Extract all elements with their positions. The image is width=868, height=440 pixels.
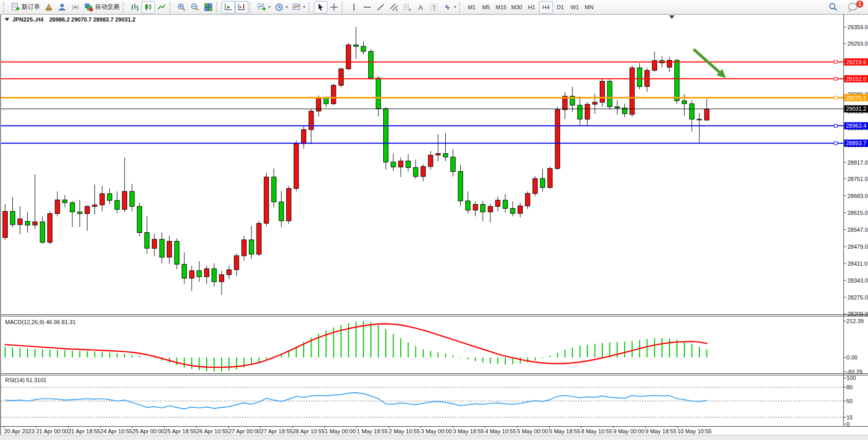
svg-text:10 May 10:55: 10 May 10:55	[678, 428, 712, 434]
timeframe-button-m5[interactable]: M5	[479, 1, 493, 13]
search-icon	[828, 2, 838, 12]
cursor-icon	[316, 3, 325, 12]
svg-text:4 May 10:55: 4 May 10:55	[485, 428, 517, 434]
wizard-hat-icon	[44, 3, 53, 12]
svg-text:2 May 10:55: 2 May 10:55	[389, 428, 420, 434]
timeframe-button-h1[interactable]: H1	[525, 1, 539, 13]
equidistant-channel-button[interactable]: E	[387, 1, 401, 13]
new-order-label: 新订单	[22, 3, 40, 11]
svg-text:100: 100	[846, 375, 856, 381]
toolbar-grip	[249, 2, 253, 12]
tile-windows-icon	[204, 3, 213, 12]
toolbar-grip	[459, 2, 463, 12]
new-order-button[interactable]: 新订单	[9, 1, 42, 13]
fibonacci-button[interactable]: F	[401, 1, 414, 13]
person-icon	[57, 3, 67, 12]
svg-text:28479.0: 28479.0	[847, 244, 868, 250]
cursor-button[interactable]	[314, 1, 327, 13]
tile-windows-button[interactable]	[202, 1, 215, 13]
macd-indicator-label: MACD(12,26,9) 46.96 81.31	[5, 319, 76, 325]
candlestick-button[interactable]	[142, 1, 155, 13]
price-badge: 29031.2	[844, 105, 868, 112]
chat-button[interactable]: 1	[845, 1, 861, 13]
virtual-hosting-button[interactable]	[55, 1, 69, 13]
price-badge: 29076.1	[844, 94, 868, 102]
search-button[interactable]	[826, 1, 840, 13]
channel-icon: E	[389, 3, 399, 12]
chart-canvas[interactable]: 29359.029293.029225.029157.029089.029021…	[0, 0, 868, 440]
fibonacci-icon: F	[403, 3, 412, 12]
svg-text:5 May 18:55: 5 May 18:55	[549, 428, 581, 434]
arrows-button[interactable]: ▾	[441, 1, 458, 13]
signals-button[interactable]	[69, 1, 82, 13]
price-badge: 29152.0	[844, 75, 868, 83]
svg-text:1 May 18:55: 1 May 18:55	[357, 428, 388, 434]
auto-scroll-icon	[224, 3, 233, 12]
trendline-icon	[376, 3, 385, 12]
candle	[384, 107, 388, 170]
timeframe-group: M1M5M15M30H1H4D1W1MN	[465, 1, 596, 13]
clock-icon	[274, 3, 284, 12]
expert-advisors-button[interactable]	[42, 1, 55, 13]
svg-text:28343.0: 28343.0	[847, 277, 868, 284]
toolbar-grip	[3, 2, 7, 12]
autotrading-button[interactable]: 自动交易	[82, 1, 122, 13]
svg-text:28547.0: 28547.0	[847, 227, 868, 233]
svg-text:28963.4: 28963.4	[846, 123, 866, 129]
chart-shift-button[interactable]	[235, 1, 248, 13]
svg-text:0: 0	[846, 421, 850, 427]
zoom-in-icon	[177, 3, 186, 12]
svg-text:E: E	[396, 8, 399, 11]
vertical-line-button[interactable]	[347, 1, 361, 13]
timeframe-button-h4[interactable]: H4	[539, 1, 553, 13]
svg-text:28751.0: 28751.0	[847, 176, 868, 182]
mt4-window: 新订单 自动交易	[0, 0, 868, 440]
svg-text:28683.0: 28683.0	[847, 193, 868, 199]
bar-chart-icon	[130, 3, 140, 12]
line-chart-icon	[157, 3, 166, 12]
svg-text:28893.7: 28893.7	[846, 140, 866, 146]
trendline-button[interactable]	[374, 1, 387, 13]
svg-text:F: F	[409, 8, 411, 12]
crosshair-button[interactable]	[327, 1, 341, 13]
horizontal-line-button[interactable]	[361, 1, 374, 13]
svg-text:29219.6: 29219.6	[846, 59, 866, 65]
candle	[607, 79, 612, 110]
auto-scroll-button[interactable]	[222, 1, 235, 13]
svg-text:5 May 00:00: 5 May 00:00	[517, 428, 548, 434]
timeframe-button-d1[interactable]: D1	[554, 1, 567, 13]
autotrading-label: 自动交易	[95, 3, 120, 11]
svg-text:29152.0: 29152.0	[846, 76, 866, 82]
autotrading-icon	[84, 3, 93, 12]
svg-text:29031.2: 29031.2	[846, 106, 866, 112]
candle	[294, 141, 299, 192]
templates-button[interactable]: ▾	[290, 1, 307, 13]
candle	[257, 221, 261, 256]
timeframe-button-m30[interactable]: M30	[509, 1, 524, 13]
chart-shift-icon	[237, 3, 246, 12]
price-badge: 29219.6	[844, 58, 868, 66]
timeframe-button-m15[interactable]: M15	[494, 1, 508, 13]
bar-chart-button[interactable]	[128, 1, 142, 13]
toolbar-grip	[308, 2, 312, 12]
svg-text:0.00: 0.00	[846, 354, 857, 361]
text-label-button[interactable]: T	[427, 1, 441, 13]
text-button[interactable]: A	[414, 1, 427, 13]
timeframe-button-w1[interactable]: W1	[568, 1, 582, 13]
vertical-line-icon	[349, 3, 359, 12]
zoom-out-button[interactable]	[188, 1, 202, 13]
timeframe-button-mn[interactable]: MN	[582, 1, 596, 13]
line-chart-button[interactable]	[155, 1, 168, 13]
svg-text:25 Apr 00:00: 25 Apr 00:00	[132, 428, 164, 434]
timeframe-button-m1[interactable]: M1	[465, 1, 479, 13]
crosshair-icon	[329, 3, 339, 12]
toolbar-grip	[123, 2, 126, 12]
svg-text:9 May 00:00: 9 May 00:00	[614, 428, 645, 434]
toolbar-right: 1	[826, 1, 866, 13]
chevron-down-icon: ▾	[454, 5, 456, 9]
candle	[533, 176, 538, 196]
profiles-button[interactable]: ▾	[272, 1, 290, 13]
candle	[339, 67, 343, 87]
zoom-in-button[interactable]	[175, 1, 188, 13]
new-chart-button[interactable]: ▾	[255, 1, 272, 13]
